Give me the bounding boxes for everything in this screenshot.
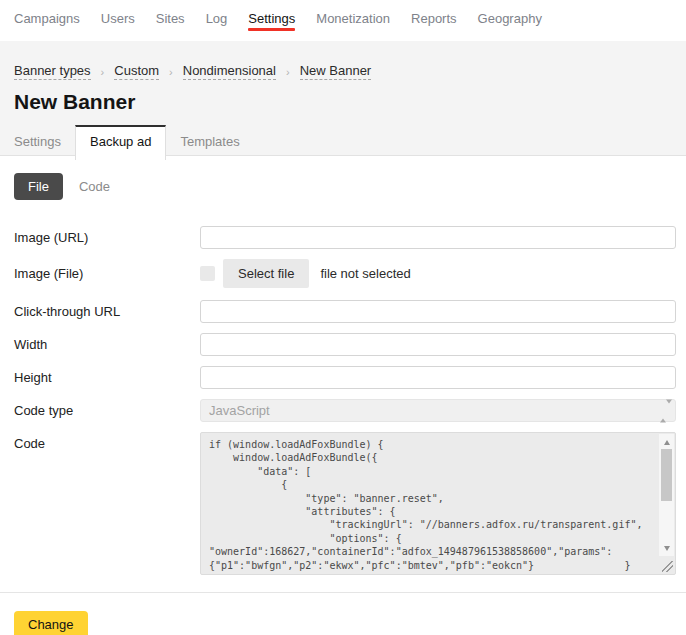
- code-type-label: Code type: [14, 403, 200, 418]
- change-button[interactable]: Change: [14, 611, 88, 635]
- source-mode-toggle: File Code: [14, 173, 676, 200]
- code-type-select[interactable]: JavaScript: [200, 399, 676, 422]
- file-mode-button[interactable]: File: [14, 173, 63, 200]
- scroll-down-icon[interactable]: [659, 542, 674, 554]
- tab-backup-ad[interactable]: Backup ad: [75, 125, 166, 160]
- image-url-row: Image (URL): [14, 226, 676, 249]
- tab-bar: Settings Backup ad Templates: [14, 125, 672, 159]
- nav-item-users[interactable]: Users: [101, 11, 135, 38]
- code-type-value: JavaScript: [209, 403, 270, 418]
- backup-ad-panel: File Code Image (URL) Image (File) Selec…: [0, 156, 686, 575]
- image-url-input[interactable]: [200, 226, 676, 249]
- code-editor: if (window.loadAdFoxBundle) { window.loa…: [200, 432, 676, 575]
- select-spinner-icon: [660, 403, 667, 418]
- scroll-up-icon[interactable]: [659, 436, 674, 448]
- click-through-url-input[interactable]: [200, 300, 676, 323]
- width-label: Width: [14, 337, 200, 352]
- nav-item-log[interactable]: Log: [206, 11, 228, 38]
- breadcrumb-new-banner[interactable]: New Banner: [300, 63, 372, 80]
- nav-item-geography[interactable]: Geography: [478, 11, 542, 38]
- code-label: Code: [14, 432, 200, 451]
- click-through-url-label: Click-through URL: [14, 304, 200, 319]
- width-row: Width: [14, 333, 676, 356]
- breadcrumb-nondimensional[interactable]: Nondimensional: [183, 63, 276, 80]
- height-label: Height: [14, 370, 200, 385]
- tab-templates[interactable]: Templates: [166, 126, 253, 159]
- breadcrumb-separator: ›: [169, 66, 173, 78]
- image-url-label: Image (URL): [14, 230, 200, 245]
- form-footer: Change: [0, 592, 686, 635]
- resize-grip-icon[interactable]: [662, 561, 673, 572]
- image-file-label: Image (File): [14, 266, 200, 281]
- code-textarea[interactable]: if (window.loadAdFoxBundle) { window.loa…: [201, 433, 675, 574]
- scrollbar-thumb[interactable]: [661, 449, 672, 501]
- code-scrollbar[interactable]: [659, 434, 674, 556]
- width-input[interactable]: [200, 333, 676, 356]
- backup-ad-form: Image (URL) Image (File) Select file fil…: [14, 226, 676, 575]
- height-row: Height: [14, 366, 676, 389]
- image-file-checkbox[interactable]: [200, 266, 215, 281]
- code-type-row: Code type JavaScript: [14, 399, 676, 422]
- code-mode-button[interactable]: Code: [63, 173, 126, 200]
- height-input[interactable]: [200, 366, 676, 389]
- page-title: New Banner: [14, 90, 672, 114]
- breadcrumb-banner-types[interactable]: Banner types: [14, 63, 91, 80]
- nav-item-campaigns[interactable]: Campaigns: [14, 11, 80, 38]
- breadcrumb-separator: ›: [101, 66, 105, 78]
- select-file-button[interactable]: Select file: [223, 259, 309, 288]
- code-row: Code if (window.loadAdFoxBundle) { windo…: [14, 432, 676, 575]
- file-status-text: file not selected: [320, 266, 410, 281]
- page-header: Banner types › Custom › Nondimensional ›…: [0, 41, 686, 156]
- nav-item-sites[interactable]: Sites: [156, 11, 185, 38]
- breadcrumb-separator: ›: [286, 66, 290, 78]
- top-nav: Campaigns Users Sites Log Settings Monet…: [0, 0, 686, 41]
- breadcrumb: Banner types › Custom › Nondimensional ›…: [14, 63, 672, 80]
- nav-item-reports[interactable]: Reports: [411, 11, 457, 38]
- nav-item-settings[interactable]: Settings: [248, 11, 295, 38]
- breadcrumb-custom[interactable]: Custom: [114, 63, 159, 80]
- tab-settings[interactable]: Settings: [14, 126, 75, 159]
- click-through-url-row: Click-through URL: [14, 300, 676, 323]
- nav-item-monetization[interactable]: Monetization: [316, 11, 390, 38]
- image-file-row: Image (File) Select file file not select…: [14, 259, 676, 288]
